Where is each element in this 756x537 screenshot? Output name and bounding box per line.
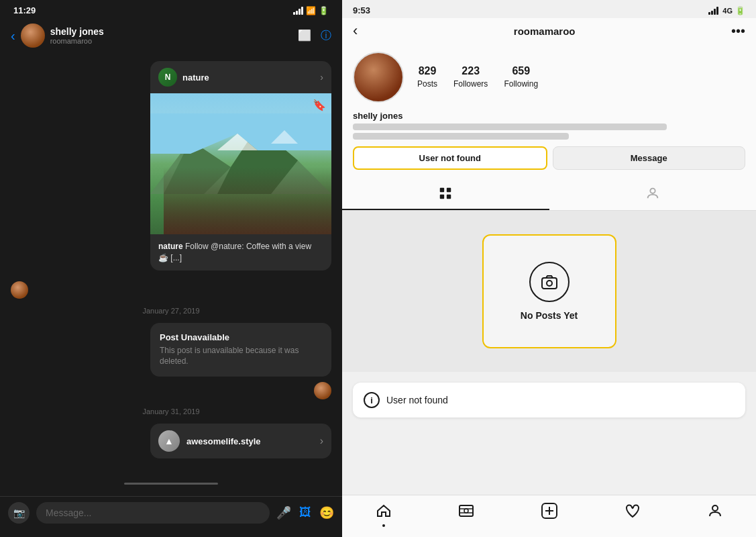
time-left: 11:29 xyxy=(13,5,36,15)
emoji-icon[interactable]: 😊 xyxy=(319,505,334,520)
followers-stat: 223 Followers xyxy=(453,65,488,89)
chat-user-handle: roomamaroo xyxy=(50,37,292,45)
grid-icon xyxy=(438,186,453,201)
wifi-icon: 📶 xyxy=(306,6,316,15)
profile-bio-line2 xyxy=(353,133,569,140)
date-separator-2: January 31, 2019 xyxy=(11,407,331,416)
scroll-indicator xyxy=(124,483,218,485)
chat-messages: N nature › xyxy=(0,53,342,483)
ig-header: ‹ roomamaroo ••• xyxy=(342,18,756,44)
shared-post-message: N nature › xyxy=(11,61,331,276)
message-button[interactable]: Message xyxy=(553,146,746,170)
user-not-found-button[interactable]: User not found xyxy=(353,146,547,170)
channel-chevron-icon: › xyxy=(320,435,323,447)
chat-header-icons: ⬜ ⓘ xyxy=(298,29,331,43)
no-posts-section: No Posts Yet xyxy=(342,211,756,372)
unavailable-title: Post Unavailable xyxy=(160,332,322,342)
profile-section: 829 Posts 223 Followers 659 Following sh… xyxy=(342,44,756,178)
heart-nav-button[interactable] xyxy=(625,503,641,523)
posts-count: 829 xyxy=(417,65,437,77)
message-input-field[interactable]: Message... xyxy=(36,502,270,524)
ig-back-button[interactable]: ‹ xyxy=(353,22,358,40)
tag-tab[interactable] xyxy=(549,178,757,210)
info-icon[interactable]: ⓘ xyxy=(321,29,331,43)
home-icon xyxy=(376,503,392,519)
save-icon: 🔖 xyxy=(313,99,326,111)
profile-name: shelly jones xyxy=(353,111,745,121)
unavailable-avatar-row xyxy=(11,382,331,399)
reels-nav-button[interactable] xyxy=(458,503,474,523)
channel-avatar: N xyxy=(158,68,177,87)
unavailable-card: Post Unavailable This post is unavailabl… xyxy=(150,323,331,377)
video-call-icon[interactable]: ⬜ xyxy=(298,29,311,43)
message-placeholder: Message... xyxy=(46,507,260,518)
action-buttons: User not found Message xyxy=(353,146,745,170)
user-not-found-text: User not found xyxy=(386,395,448,405)
unavailable-text: This post is unavailable because it was … xyxy=(160,345,322,368)
svg-point-20 xyxy=(712,505,718,511)
chat-header: ‹ shelly jones roomamaroo ⬜ ⓘ xyxy=(0,18,342,53)
status-bar-left: 11:29 📶 🔋 xyxy=(0,0,342,18)
svg-rect-7 xyxy=(447,188,451,192)
post-caption: nature Follow @nature: Coffee with a vie… xyxy=(150,234,331,271)
camera-button[interactable]: 📷 xyxy=(8,502,30,524)
message-avatar xyxy=(11,281,28,299)
svg-point-10 xyxy=(650,189,655,193)
add-nav-button[interactable] xyxy=(541,502,558,524)
user-not-found-notification: i User not found xyxy=(353,383,745,418)
svg-rect-9 xyxy=(447,195,451,199)
following-label: Following xyxy=(504,79,538,89)
following-stat: 659 Following xyxy=(504,65,538,89)
battery-icon-left: 🔋 xyxy=(319,6,329,15)
add-icon xyxy=(541,502,558,520)
user-info: shelly jones roomamaroo xyxy=(50,26,292,45)
profile-nav-button[interactable] xyxy=(707,503,723,523)
ig-username: roomamaroo xyxy=(364,26,724,37)
network-type: 4G xyxy=(722,7,733,15)
camera-circle-icon xyxy=(529,262,570,302)
right-phone: 9:53 4G 🔋 ‹ roomamaroo ••• 829 Posts xyxy=(342,0,756,537)
message-row-with-avatar xyxy=(11,281,331,299)
home-nav-button[interactable] xyxy=(376,503,392,523)
ig-more-button[interactable]: ••• xyxy=(731,23,745,39)
svg-rect-13 xyxy=(460,505,473,516)
post-card[interactable]: N nature › xyxy=(150,61,331,271)
channel-row[interactable]: ▲ awesomelife.style › xyxy=(150,424,331,458)
ig-tabs xyxy=(342,178,756,211)
channel-avatar-small: ▲ xyxy=(158,430,180,452)
person-tag-icon xyxy=(645,186,660,201)
posts-stat: 829 Posts xyxy=(417,65,437,89)
channel-name-row: awesomelife.style xyxy=(186,436,313,446)
status-icons-right: 4G 🔋 xyxy=(708,6,745,15)
input-icons: 🎤 🖼 😊 xyxy=(276,505,334,520)
avatar xyxy=(21,23,45,48)
status-icons-left: 📶 🔋 xyxy=(293,6,329,15)
profile-stats: 829 Posts 223 Followers 659 Following xyxy=(417,65,745,89)
unavailable-post-row: Post Unavailable This post is unavailabl… xyxy=(11,323,331,377)
channel-row-wrapper: ▲ awesomelife.style › xyxy=(11,424,331,458)
heart-icon xyxy=(625,503,641,519)
svg-rect-6 xyxy=(440,188,444,192)
svg-point-14 xyxy=(464,509,468,513)
message-input-bar: 📷 Message... 🎤 🖼 😊 xyxy=(0,496,342,537)
left-phone: 11:29 📶 🔋 ‹ shelly jones roomamaroo ⬜ ⓘ xyxy=(0,0,342,537)
back-button[interactable]: ‹ xyxy=(11,28,15,44)
posts-label: Posts xyxy=(417,79,437,89)
channel-name: nature xyxy=(182,72,315,83)
signal-icon xyxy=(293,7,303,15)
reels-icon xyxy=(458,503,474,519)
no-posts-card: No Posts Yet xyxy=(482,234,616,348)
grid-tab[interactable] xyxy=(342,178,549,210)
profile-top: 829 Posts 223 Followers 659 Following xyxy=(353,52,745,103)
time-right: 9:53 xyxy=(353,5,370,15)
microphone-icon[interactable]: 🎤 xyxy=(276,505,291,520)
svg-rect-11 xyxy=(542,278,557,289)
followers-count: 223 xyxy=(453,65,488,77)
following-count: 659 xyxy=(504,65,538,77)
ig-bottom-nav xyxy=(342,495,756,537)
chat-user-name: shelly jones xyxy=(50,26,292,37)
photo-icon[interactable]: 🖼 xyxy=(299,505,311,520)
profile-picture xyxy=(353,52,404,103)
date-separator-1: January 27, 2019 xyxy=(11,307,331,315)
svg-point-12 xyxy=(547,281,552,286)
